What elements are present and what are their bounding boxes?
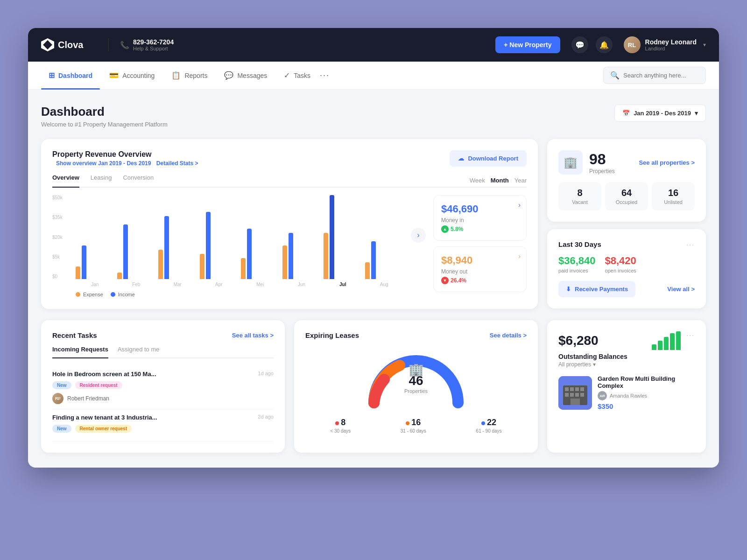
view-all-link[interactable]: View all > xyxy=(667,286,695,293)
money-in-change-value: 5.8% xyxy=(451,226,463,232)
tab-incoming-requests[interactable]: Incoming Requests xyxy=(52,346,108,358)
page-subtitle: Welcome to #1 Property Management Platfo… xyxy=(41,121,168,128)
all-properties-chevron: ▾ xyxy=(593,361,596,368)
tab-leasing[interactable]: Leasing xyxy=(91,174,112,188)
outstanding-amount: $6,280 xyxy=(558,333,599,348)
see-all-tasks-link[interactable]: See all tasks > xyxy=(232,332,274,339)
see-all-properties-link[interactable]: See all properties > xyxy=(639,159,695,166)
tab-conversion[interactable]: Conversion xyxy=(123,174,154,188)
lease-stat-red: 8 < 30 days xyxy=(330,418,351,434)
vacant-count: 8 xyxy=(564,188,596,198)
expense-dot xyxy=(76,292,80,297)
last30-more-button[interactable]: ··· xyxy=(686,241,695,248)
nav-item-messages[interactable]: 💬 Messages xyxy=(217,66,275,85)
tasks-card: Recent Tasks See all tasks > Incoming Re… xyxy=(41,320,285,453)
lease-label-red: < 30 days xyxy=(330,428,351,434)
period-week[interactable]: Week xyxy=(470,177,485,184)
chat-icon-button[interactable]: 💬 xyxy=(571,36,588,53)
outstanding-right: ··· xyxy=(652,331,695,350)
logo: Clova xyxy=(41,38,97,51)
logo-text: Clova xyxy=(58,40,83,50)
y-label-20k: $20k xyxy=(52,235,63,240)
chart-next-button[interactable]: › xyxy=(411,228,426,243)
detailed-stats-link[interactable]: Detailed Stats > xyxy=(156,160,198,167)
tab-assigned-to-me[interactable]: Assigned to me xyxy=(118,346,160,358)
x-label-aug: Aug xyxy=(365,282,404,287)
lease-count-orange: 16 xyxy=(401,418,426,427)
income-label: Income xyxy=(118,292,135,297)
y-label-35k: $35k xyxy=(52,215,63,220)
page-title: Dashboard xyxy=(41,105,168,119)
see-details-link[interactable]: See details > xyxy=(490,332,527,339)
all-properties-link[interactable]: All properties ▾ xyxy=(558,361,695,368)
nav-item-dashboard[interactable]: ⊞ Dashboard xyxy=(41,66,100,85)
x-label-jul: Jul xyxy=(324,282,362,287)
outstanding-header: $6,280 ··· xyxy=(558,331,695,350)
new-property-label: + New Property xyxy=(504,41,551,49)
period-year[interactable]: Year xyxy=(514,177,527,184)
bar-group-feb xyxy=(117,224,156,279)
receive-payments-button[interactable]: ⬇ Receive Payments xyxy=(558,281,635,297)
nav-item-tasks[interactable]: ✓ Tasks xyxy=(276,66,318,85)
x-label-jun: Jun xyxy=(282,282,321,287)
open-label: open invoices xyxy=(605,268,636,273)
outstanding-more-button[interactable]: ··· xyxy=(686,331,695,339)
money-out-change: ▼ 26.4% xyxy=(441,277,519,284)
unlisted-stat: 16 Unlisted xyxy=(652,182,695,210)
user-details: Rodney Leonard Landlord xyxy=(645,38,697,51)
date-picker-button[interactable]: 📅 Jan 2019 - Des 2019 ▾ xyxy=(614,105,706,122)
task-item-2: Finding a new tenant at 3 Industria... 2… xyxy=(52,409,274,441)
search-input[interactable] xyxy=(623,72,699,79)
y-axis-labels: $0 $5k $20k $35k $50k xyxy=(52,195,63,279)
lease-label-blue: 61 - 90 days xyxy=(476,428,502,434)
change-down-icon: ▼ xyxy=(441,277,449,284)
period-month[interactable]: Month xyxy=(491,177,509,184)
mini-bar-2 xyxy=(658,341,662,350)
x-label-mar: Mar xyxy=(158,282,197,287)
chart-legend: Expense Income xyxy=(52,292,403,297)
tag-new-1: New xyxy=(52,381,71,389)
search-icon: 🔍 xyxy=(610,71,620,80)
tag-resident-1: Resident request xyxy=(75,381,122,389)
user-info[interactable]: RL Rodney Leonard Landlord ▾ xyxy=(624,36,706,53)
nav-item-accounting[interactable]: 💳 Accounting xyxy=(102,66,162,85)
task-time-1: 1d ago xyxy=(258,371,274,376)
bar-feb-income xyxy=(123,224,128,279)
nav-item-reports[interactable]: 📋 Reports xyxy=(164,66,215,85)
money-cards: › $46,690 Money in ▲ 5.8% › $8,940 Money… xyxy=(433,195,527,292)
more-nav-button[interactable]: ··· xyxy=(320,70,330,80)
dashboard-grid: Property Revenue Overview Show overview … xyxy=(41,139,706,309)
new-property-button[interactable]: + New Property xyxy=(495,36,560,53)
bar-chart: $0 $5k $20k $35k $50k xyxy=(52,195,403,279)
money-in-change: ▲ 5.8% xyxy=(441,225,519,233)
invoice-row: $36,840 paid invoices $8,420 open invoic… xyxy=(558,255,695,273)
money-in-label: Money in xyxy=(441,217,519,224)
tab-overview[interactable]: Overview xyxy=(52,174,79,188)
revenue-card: Property Revenue Overview Show overview … xyxy=(41,139,538,309)
phone-details: 829-362-7204 Help & Support xyxy=(133,38,174,51)
download-report-button[interactable]: ☁ Download Report xyxy=(450,150,527,167)
app-header: Clova 📞 829-362-7204 Help & Support + Ne… xyxy=(28,28,719,62)
lease-label-orange: 31 - 60 days xyxy=(401,428,426,434)
bar-apr-income xyxy=(206,212,211,279)
bar-mei-expense xyxy=(241,258,246,279)
task-tags-1: New Resident request xyxy=(52,381,274,389)
messages-icon: 💬 xyxy=(224,71,233,80)
leases-card: Expiring Leases See details > 46 xyxy=(294,320,538,453)
money-in-card: › $46,690 Money in ▲ 5.8% xyxy=(433,195,527,241)
user-role: Landlord xyxy=(645,46,697,51)
unlisted-label: Unlisted xyxy=(657,199,689,205)
outstanding-title: Outstanding Balances xyxy=(558,353,695,360)
bar-group-mei xyxy=(241,229,280,279)
notification-icon-button[interactable]: 🔔 xyxy=(596,36,613,53)
last30-card: Last 30 Days ··· $36,840 paid invoices $… xyxy=(547,229,706,308)
date-range-label: Jan 2019 - Des 2019 xyxy=(634,110,691,117)
expense-label: Expense xyxy=(83,292,103,297)
bottom-grid: Recent Tasks See all tasks > Incoming Re… xyxy=(41,320,706,453)
search-box[interactable]: 🔍 xyxy=(603,67,706,84)
task-title-2: Finding a new tenant at 3 Industria... xyxy=(52,414,157,421)
tag-new-2: New xyxy=(52,425,71,433)
revenue-subtitle: Show overview Jan 2019 - Des 2019 Detail… xyxy=(52,160,198,167)
reports-icon: 📋 xyxy=(171,71,181,80)
unlisted-count: 16 xyxy=(657,188,689,198)
